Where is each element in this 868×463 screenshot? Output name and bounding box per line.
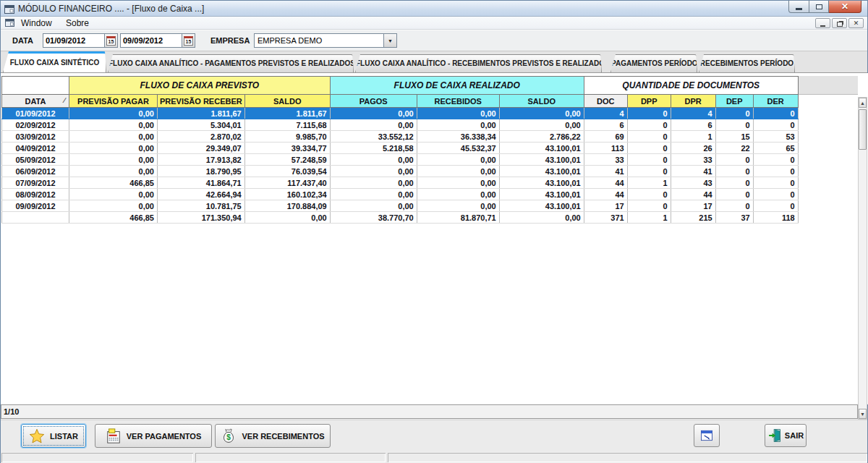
group-header-1: FLUXO DE CAIXA PREVISTO (69, 77, 331, 95)
menu-bar: Window Sobre ✕ (1, 17, 867, 30)
mdi-close-button[interactable]: ✕ (848, 18, 864, 28)
status-panel-1 (1, 453, 193, 462)
date-label: DATA (12, 36, 33, 45)
status-panel-3 (388, 453, 867, 462)
listar-label: LISTAR (50, 432, 78, 441)
date-to-calendar-button[interactable]: 15 (182, 34, 195, 47)
window-title: MÓDULO FINANCEIRO .... - [Fluxo de Caixa… (18, 4, 204, 14)
tab-fluxo-analitico-pagamentos[interactable]: FLUXO CAIXA ANALÍTICO - PAGAMENTOS PREVI… (108, 54, 354, 72)
table-row[interactable]: 07/09/2012466,8541.864,71117.437,400,000… (2, 177, 799, 189)
table-row[interactable]: 09/09/20120,0010.781,75170.884,090,000,0… (2, 200, 799, 212)
ver-pagamentos-button[interactable]: VER PAGAMENTOS (95, 424, 212, 448)
table-row[interactable]: 02/09/20120,005.304,017.115,680,000,000,… (2, 119, 799, 131)
column-header-doc[interactable]: DOC (584, 95, 627, 108)
group-header-3: QUANTIDADE DE DOCUMENTOS (584, 77, 798, 95)
mdi-minimize-button[interactable] (815, 18, 830, 28)
scroll-up-icon[interactable]: ▲ (859, 98, 867, 108)
ver-recebimentos-button[interactable]: $ VER RECEBIMENTOS (215, 424, 331, 448)
calendar-payments-icon (106, 428, 122, 444)
table-row[interactable]: 08/09/20120,0042.664,94160.102,340,000,0… (2, 189, 799, 200)
filter-toolbar: DATA 15 15 EMPRESA EMPRESA DEMO ▼ (1, 30, 867, 51)
column-header-previs-o-receber[interactable]: PREVISÃO RECEBER (158, 95, 245, 108)
mdi-child-icon (5, 19, 14, 29)
minimize-icon (796, 8, 802, 10)
date-from-calendar-button[interactable]: 15 (104, 34, 117, 47)
cashflow-grid: FLUXO DE CAIXA PREVISTOFLUXO DE CAIXA RE… (1, 76, 799, 224)
button-bar: LISTAR VER PAGAMENTOS (1, 420, 867, 451)
scroll-down-icon[interactable]: ▼ (859, 409, 867, 419)
money-bag-icon: $ (221, 428, 237, 444)
maximize-button[interactable] (809, 1, 829, 13)
column-header-dpr[interactable]: DPR (671, 95, 715, 108)
status-panel-2 (195, 453, 386, 462)
sair-button[interactable]: SAIR (765, 424, 807, 447)
grid-area: FLUXO DE CAIXA PREVISTOFLUXO DE CAIXA RE… (1, 73, 868, 404)
tab-pagamentos-periodo[interactable]: PAGAMENTOS PERÍODO (610, 54, 697, 72)
exit-door-icon (767, 428, 782, 443)
table-row[interactable]: 01/09/20120,001.811,671.811,670,000,000,… (2, 108, 799, 119)
column-header-previs-o-pagar[interactable]: PREVISÃO PAGAR (69, 95, 158, 108)
group-header-2: FLUXO DE CAIXA REALIZADO (330, 77, 584, 95)
column-header-recebidos[interactable]: RECEBIDOS (417, 95, 499, 108)
column-header-saldo[interactable]: SALDO (244, 95, 330, 108)
date-from-input[interactable] (43, 34, 104, 47)
ver-recebimentos-label: VER RECEBIMENTOS (242, 432, 324, 441)
tab-fluxo-caixa-sintetico[interactable]: FLUXO CAIXA SINTÉTICO (3, 51, 106, 72)
column-header-saldo[interactable]: SALDO (499, 95, 584, 108)
sair-label: SAIR (785, 431, 804, 440)
mdi-minimize-icon (820, 25, 825, 27)
ver-pagamentos-label: VER PAGAMENTOS (127, 432, 202, 441)
table-row[interactable]: 04/09/20120,0029.349,0739.334,775.218,58… (2, 143, 799, 154)
grid-header-filler (796, 76, 858, 95)
column-header-pagos[interactable]: PAGOS (330, 95, 417, 108)
date-to-input[interactable] (121, 34, 182, 47)
date-from-field: 15 (43, 33, 118, 48)
column-header-der[interactable]: DER (753, 95, 798, 108)
column-header-data[interactable]: DATA (2, 95, 69, 108)
menu-window[interactable]: Window (18, 18, 55, 28)
app-window: MÓDULO FINANCEIRO .... - [Fluxo de Caixa… (0, 0, 868, 463)
close-icon: ✕ (841, 2, 848, 11)
listar-button[interactable]: LISTAR (21, 424, 86, 448)
vertical-scrollbar[interactable]: ▲ ▼ (858, 97, 867, 420)
column-header-dep[interactable]: DEP (715, 95, 753, 108)
company-value: EMPRESA DEMO (255, 34, 383, 47)
window-tool-button[interactable] (694, 424, 720, 447)
table-row[interactable]: 06/09/20120,0018.790,9576.039,540,000,00… (2, 166, 799, 177)
minimize-button[interactable] (788, 1, 809, 13)
scrollbar-thumb[interactable] (859, 109, 867, 150)
menu-sobre[interactable]: Sobre (63, 18, 92, 28)
tab-fluxo-analitico-recebimentos[interactable]: FLUXO CAIXA ANALÍTICO - RECEBIMENTOS PRE… (355, 54, 602, 72)
star-icon (29, 428, 45, 444)
company-label: EMPRESA (210, 36, 250, 45)
tab-strip: FLUXO CAIXA SINTÉTICOFLUXO CAIXA ANALÍTI… (1, 51, 867, 73)
svg-text:$: $ (227, 433, 231, 441)
group-header-0 (2, 77, 69, 95)
mdi-restore-icon (837, 22, 843, 27)
column-header-dpp[interactable]: DPP (627, 95, 671, 108)
calendar-icon: 15 (184, 36, 193, 46)
tab-recebimentos-periodo[interactable]: RECEBIMENTOS PERÍODO (699, 54, 795, 72)
company-combobox[interactable]: EMPRESA DEMO ▼ (254, 33, 397, 48)
close-button[interactable]: ✕ (829, 1, 861, 13)
app-icon (4, 4, 14, 17)
status-bar (1, 452, 867, 463)
calendar-icon: 15 (106, 36, 116, 46)
maximize-icon (816, 4, 822, 9)
table-row[interactable]: 03/09/20120,002.870,029.985,7033.552,123… (2, 131, 799, 143)
totals-row[interactable]: 466,85171.350,940,0038.770,7081.870,710,… (2, 212, 799, 224)
table-row[interactable]: 05/09/20120,0017.913,8257.248,590,000,00… (2, 154, 799, 166)
chevron-down-icon[interactable]: ▼ (383, 34, 396, 47)
title-bar: MÓDULO FINANCEIRO .... - [Fluxo de Caixa… (1, 1, 867, 17)
record-indicator: 1/10 (1, 404, 858, 419)
window-icon (699, 428, 714, 443)
mdi-restore-button[interactable] (832, 18, 847, 28)
date-to-field: 15 (120, 33, 195, 48)
